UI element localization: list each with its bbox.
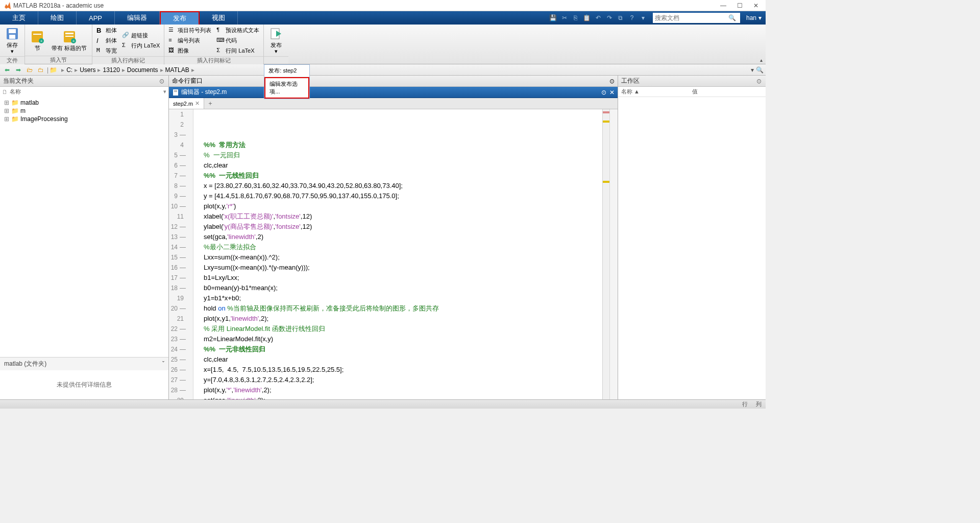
address-path[interactable]: ▸C: ▸Users ▸13120 ▸Documents ▸MATLAB ▸ — [58, 66, 750, 74]
help-icon[interactable]: ? — [627, 13, 636, 22]
tab-apps[interactable]: APP — [77, 11, 115, 25]
code-area[interactable]: %% 常用方法% 一元回归clc,clear%% 一元线性回归x = [23.8… — [193, 109, 602, 399]
svg-rect-13 — [173, 89, 178, 96]
tab-editor[interactable]: 编辑器 — [115, 11, 160, 25]
editor-file-icon — [172, 89, 179, 96]
bold-button[interactable]: B粗体 — [95, 26, 118, 35]
add-tab-button[interactable]: ＋ — [204, 98, 216, 109]
group-label-inline: 插入行内标记 — [92, 56, 164, 64]
section-title-button[interactable]: + 带有 标题的节 — [50, 29, 89, 52]
minimize-button[interactable]: — — [720, 2, 727, 9]
editor-tabbar: step2.m ✕ ＋ — [169, 98, 618, 109]
titlebar: MATLAB R2018a - academic use — ☐ ✕ — [0, 0, 766, 11]
panel-menu-icon[interactable]: ⊙ — [158, 78, 165, 85]
paste-icon[interactable]: 📋 — [582, 13, 592, 22]
tree-item-m[interactable]: ⊞📁m — [2, 107, 166, 115]
browse-folders-button[interactable]: 🗁 — [24, 65, 35, 75]
folder-icon: 📁 — [50, 66, 57, 74]
ribbon-group-section: + 节 + 带有 标题的节 插入节 — [25, 25, 92, 64]
mono-button[interactable]: M等宽 — [95, 46, 118, 55]
inline-latex-button[interactable]: Σ行内 LaTeX — [121, 41, 161, 50]
window-title: MATLAB R2018a - academic use — [13, 2, 720, 9]
svg-text:+: + — [40, 39, 43, 43]
tab-home[interactable]: 主页 — [0, 11, 38, 25]
panel-close-icon[interactable]: ✕ — [606, 89, 615, 96]
mono-icon: M — [96, 47, 104, 54]
block-latex-button[interactable]: Σ行间 LaTeX — [215, 46, 260, 55]
code-minimap[interactable] — [602, 109, 609, 399]
bold-icon: B — [96, 27, 104, 34]
editor-header: 编辑器 - step2.m ⊙ ✕ — [169, 87, 618, 98]
hyperlink-button[interactable]: 🔗超链接 — [121, 31, 161, 40]
save-icon[interactable]: 💾 — [549, 13, 558, 22]
save-button[interactable]: 保存▾ — [3, 26, 21, 55]
svg-rect-4 — [33, 34, 41, 35]
ws-col-name[interactable]: 名称 ▲ — [621, 88, 692, 96]
edit-publish-options-item[interactable]: 编辑发布选项... — [264, 77, 309, 99]
italic-icon: I — [96, 37, 104, 44]
ws-col-value[interactable]: 值 — [692, 88, 763, 96]
section-button[interactable]: + 节 — [28, 29, 46, 52]
switchwin-icon[interactable]: ⧉ — [616, 13, 625, 22]
addr-dropdown-icon[interactable]: ▾ — [751, 66, 754, 74]
close-tab-icon[interactable]: ✕ — [195, 100, 200, 107]
workspace-panel: 工作区 ⊙ 名称 ▲ 值 — [618, 76, 766, 399]
link-icon: 🔗 — [122, 32, 129, 39]
sort-icon[interactable]: ▾ — [163, 88, 166, 95]
nav-back-button[interactable]: ⬅ — [2, 65, 12, 75]
editor-body[interactable]: 1 2 3—4 5—6—7—8—9—10—11 12—13—14—15—16—1… — [169, 109, 618, 399]
svg-rect-1 — [9, 29, 16, 33]
tab-plots[interactable]: 绘图 — [38, 11, 77, 25]
tree-item-imageprocessing[interactable]: ⊞📁ImageProcessing — [2, 115, 166, 123]
file-tab-step2[interactable]: step2.m ✕ — [169, 98, 204, 109]
file-icon: 🗋 — [2, 89, 8, 95]
panel-menu-icon[interactable]: ⊙ — [601, 89, 606, 96]
svg-rect-14 — [174, 90, 177, 91]
addr-search-icon[interactable]: 🔍 — [756, 66, 764, 74]
close-button[interactable]: ✕ — [752, 2, 760, 9]
status-row: 行 — [742, 400, 748, 408]
minimize-ribbon-icon[interactable]: ▴ — [760, 57, 763, 63]
line-gutter: 1 2 3—4 5—6—7—8—9—10—11 12—13—14—15—16—1… — [169, 109, 193, 399]
italic-button[interactable]: I斜体 — [95, 36, 118, 45]
status-bar: 行 列 — [0, 399, 766, 409]
search-input[interactable] — [655, 14, 726, 21]
bullet-list-button[interactable]: ☰项目符号列表 — [167, 26, 212, 35]
tab-publish[interactable]: 发布 — [160, 11, 200, 25]
login-button[interactable]: han ▾ — [742, 11, 766, 25]
status-col: 列 — [756, 400, 762, 408]
current-folder-header: 当前文件夹 ⊙ — [0, 76, 168, 87]
up-folder-button[interactable]: 🗀 — [36, 65, 46, 75]
tree-item-matlab[interactable]: ⊞📁matlab — [2, 99, 166, 107]
panel-menu-icon[interactable]: ⊙ — [609, 78, 615, 85]
tab-view[interactable]: 视图 — [200, 11, 238, 25]
details-header[interactable]: matlab (文件夹) ˇ — [0, 357, 168, 370]
publish-button[interactable]: 发布▾ — [267, 26, 285, 55]
redo-icon[interactable]: ↷ — [605, 13, 614, 22]
search-icon[interactable]: 🔍 — [726, 14, 738, 21]
undo-icon[interactable]: ↶ — [594, 13, 603, 22]
image-button[interactable]: 🖼图像 — [167, 46, 212, 55]
vertical-scrollbar[interactable] — [609, 109, 618, 399]
publish-dropdown: 发布: step2 编辑发布选项... — [264, 64, 310, 99]
details-collapse-icon[interactable]: ˇ — [162, 361, 164, 368]
panel-menu-icon[interactable]: ⊙ — [755, 78, 763, 85]
maximize-button[interactable]: ☐ — [736, 2, 743, 9]
folder-col-header[interactable]: 🗋 名称 ▾ — [0, 87, 168, 97]
copy-icon[interactable]: ⎘ — [571, 13, 580, 22]
group-label-block: 插入行间标记 — [164, 56, 263, 64]
ribbon-group-block-markup: ☰项目符号列表 ≡编号列表 🖼图像 ¶预设格式文本 ⌨代码 Σ行间 LaTeX … — [164, 25, 264, 64]
preformat-button[interactable]: ¶预设格式文本 — [215, 26, 260, 35]
search-docs[interactable]: 🔍 — [653, 13, 740, 23]
cut-icon[interactable]: ✂ — [560, 13, 569, 22]
numbered-list-button[interactable]: ≡编号列表 — [167, 36, 212, 45]
group-label-file: 文件 — [0, 56, 24, 64]
ribbon-group-file: 保存▾ 文件 — [0, 25, 25, 64]
publish-step2-item[interactable]: 发布: step2 — [264, 65, 309, 77]
nav-fwd-button[interactable]: ➡ — [13, 65, 23, 75]
image-icon: 🖼 — [168, 47, 176, 54]
qat-dropdown-icon[interactable]: ▾ — [639, 13, 648, 22]
section-icon: + — [30, 30, 44, 44]
latex-icon: Σ — [122, 42, 129, 49]
code-button[interactable]: ⌨代码 — [215, 36, 260, 45]
